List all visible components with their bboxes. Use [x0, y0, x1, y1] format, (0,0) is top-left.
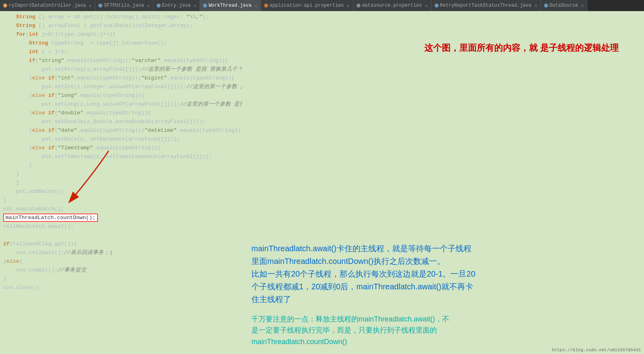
- tab-icon-sftp: [98, 4, 102, 8]
- tab-label-entry: Entry.java: [162, 3, 191, 8]
- tab-bar: ryImportDataController.java ✕ SFTPUtils.…: [0, 0, 644, 11]
- annotation-area: 这个图，里面所有的内容，就 是子线程的逻辑处理 mainThreadlatch.…: [242, 11, 644, 354]
- tab-icon-datasource: [544, 4, 548, 8]
- annotation-middle-blue: mainThreadlatch.await()卡住的主线程，就是等待每一个子线程…: [251, 242, 608, 306]
- code-line-28: con.rollback();//表示回滚事务；|: [0, 248, 242, 257]
- code-line-11: pst.setLong(z,Long.valueOf(arrayFinal[j]…: [0, 100, 242, 109]
- tab-icon-entry: [157, 4, 161, 8]
- code-line-4: String typeString = type[j].toLowerCase(…: [0, 39, 242, 48]
- tab-workthread[interactable]: WorkThread.java ✕: [200, 0, 261, 11]
- code-line-2: String [] arrayFinal = getFinalData(list…: [0, 21, 242, 30]
- tab-icon-workthread: [203, 4, 207, 8]
- tab-close-datasource[interactable]: ✕: [581, 3, 584, 8]
- tab-close-retry[interactable]: ✕: [535, 3, 537, 8]
- tab-label-datasource: DataSource: [550, 3, 578, 8]
- code-line-27: if(rollbackFlag.get()){: [0, 240, 242, 248]
- tab-retry[interactable]: RetryReportTaskStatusThread.java ✕: [431, 0, 541, 11]
- tab-close-datasource-props[interactable]: ✕: [425, 3, 428, 8]
- tab-label-retry: RetryReportTaskStatusThread.java: [440, 3, 531, 8]
- tab-datasource-props[interactable]: datasource.properties ✕: [353, 0, 431, 11]
- code-line-31: }: [0, 275, 242, 283]
- code-line-12: }else if("double".equals(typeString)){: [0, 109, 242, 117]
- code-line-14: }else if("date".equals(typeString)||"dat…: [0, 126, 242, 135]
- code-line-10: }else if("long".equals(typeString)){: [0, 91, 242, 100]
- status-url: https://blog.csdn.net/u01155765431: [552, 348, 641, 352]
- tab-label-workthread: WorkThread.java: [209, 3, 251, 8]
- tab-close-api-props[interactable]: ✕: [347, 3, 350, 8]
- code-line-25: rollBackLatch.await();: [0, 222, 242, 231]
- code-line-30: con.commit();//事务提交: [0, 266, 242, 275]
- code-line-7: pst.setString(z,arrayFinal[j]);//这里的第一个参…: [0, 65, 242, 74]
- tab-ryimport[interactable]: ryImportDataController.java ✕: [0, 0, 95, 11]
- code-line-highlight: mainThreadLatch.countDown();: [0, 214, 242, 222]
- code-line-13: pst.setDouble(z,Double.parseDouble(array…: [0, 117, 242, 126]
- code-line-26: [0, 231, 242, 240]
- tab-label-sftp: SFTPUtils.java: [104, 3, 144, 8]
- code-line-8: }else if("int".equals(typeString)||"bigi…: [0, 74, 242, 83]
- tab-icon-ryimport: [3, 4, 7, 8]
- tab-icon-datasource-props: [356, 4, 360, 8]
- tab-label-ryimport: ryImportDataController.java: [9, 3, 86, 8]
- tab-close-entry[interactable]: ✕: [194, 3, 197, 8]
- tab-api-props[interactable]: application-api.properties ✕: [261, 0, 353, 11]
- tab-sftp[interactable]: SFTPUtils.java ✕: [95, 0, 153, 11]
- tab-icon-retry: [435, 4, 439, 8]
- tab-close-sftp[interactable]: ✕: [147, 3, 150, 8]
- tab-entry[interactable]: Entry.java ✕: [153, 0, 200, 11]
- highlighted-code: mainThreadLatch.countDown();: [3, 214, 98, 222]
- code-line-6: if("string".equals(typeString)||"varchar…: [0, 56, 242, 65]
- tab-close-ryimport[interactable]: ✕: [89, 3, 92, 8]
- annotation-top-red: 这个图，里面所有的内容，就 是子线程的逻辑处理: [424, 41, 619, 54]
- tab-icon-api-props: [264, 4, 268, 8]
- tab-label-datasource-props: datasource.properties: [362, 3, 422, 8]
- arrow-svg: [45, 143, 125, 214]
- tab-datasource[interactable]: DataSource ✕: [541, 0, 588, 11]
- tab-close-workthread[interactable]: ✕: [255, 3, 257, 8]
- code-line-29: }else{: [0, 257, 242, 266]
- annotation-bottom-cyan: 千万要注意的一点：释放主线程的mainThreadlatch.await()，不…: [251, 314, 608, 348]
- code-line-32: con.close();: [0, 283, 242, 292]
- main-content: String [] array = ob.get(i).toString().s…: [0, 11, 644, 354]
- code-line-3: for(int j=0;j<type.length;j++){: [0, 30, 242, 39]
- code-line-9: pst.setInt(z,Integer.valueOf(arrayFinal[…: [0, 83, 242, 91]
- code-line-1: String [] array = ob.get(i).toString().s…: [0, 13, 242, 21]
- tab-label-api-props: application-api.properties: [270, 3, 344, 8]
- code-line-5: int z = j+1;: [0, 48, 242, 56]
